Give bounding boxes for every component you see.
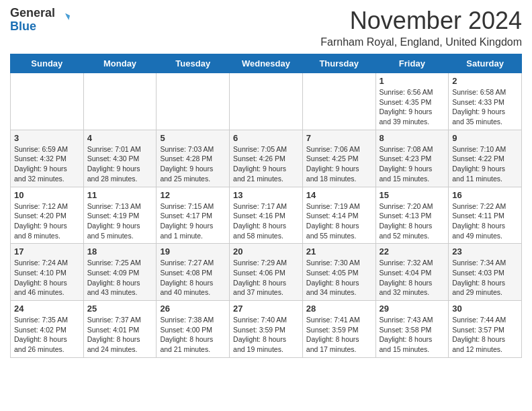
day-info: Sunrise: 6:56 AMSunset: 4:35 PMDaylight:… xyxy=(380,87,445,127)
calendar-cell: 20Sunrise: 7:29 AMSunset: 4:06 PMDayligh… xyxy=(230,244,303,301)
day-number: 8 xyxy=(380,133,445,143)
day-info: Sunrise: 7:29 AMSunset: 4:06 PMDaylight:… xyxy=(233,258,299,298)
calendar-cell: 7Sunrise: 7:06 AMSunset: 4:25 PMDaylight… xyxy=(302,130,375,187)
calendar-cell: 10Sunrise: 7:12 AMSunset: 4:20 PMDayligh… xyxy=(11,187,84,244)
calendar-cell xyxy=(230,73,303,130)
day-number: 1 xyxy=(380,76,445,86)
day-info: Sunrise: 7:08 AMSunset: 4:23 PMDaylight:… xyxy=(380,144,445,184)
day-info: Sunrise: 7:37 AMSunset: 4:01 PMDaylight:… xyxy=(87,315,153,355)
day-number: 20 xyxy=(233,246,299,257)
calendar-week-1: 3Sunrise: 6:59 AMSunset: 4:32 PMDaylight… xyxy=(11,130,522,187)
day-header-tuesday: Tuesday xyxy=(157,54,230,73)
calendar-cell: 15Sunrise: 7:20 AMSunset: 4:13 PMDayligh… xyxy=(375,187,449,244)
logo-icon xyxy=(56,13,70,27)
day-info: Sunrise: 7:22 AMSunset: 4:11 PMDaylight:… xyxy=(452,201,518,241)
calendar-cell: 24Sunrise: 7:35 AMSunset: 4:02 PMDayligh… xyxy=(11,301,84,358)
calendar-cell: 1Sunrise: 6:56 AMSunset: 4:35 PMDaylight… xyxy=(375,73,449,130)
day-number: 5 xyxy=(160,133,226,143)
day-info: Sunrise: 7:13 AMSunset: 4:19 PMDaylight:… xyxy=(87,201,153,241)
day-number: 25 xyxy=(87,304,153,314)
day-number: 27 xyxy=(233,304,299,314)
calendar-week-0: 1Sunrise: 6:56 AMSunset: 4:35 PMDaylight… xyxy=(11,73,522,130)
day-info: Sunrise: 7:30 AMSunset: 4:05 PMDaylight:… xyxy=(306,258,372,298)
day-number: 9 xyxy=(452,133,518,143)
day-info: Sunrise: 7:03 AMSunset: 4:28 PMDaylight:… xyxy=(160,144,226,184)
calendar-cell: 25Sunrise: 7:37 AMSunset: 4:01 PMDayligh… xyxy=(83,301,157,358)
day-number: 26 xyxy=(160,304,226,314)
calendar-cell: 8Sunrise: 7:08 AMSunset: 4:23 PMDaylight… xyxy=(375,130,449,187)
calendar: SundayMondayTuesdayWednesdayThursdayFrid… xyxy=(10,54,522,358)
day-number: 23 xyxy=(452,246,518,257)
day-number: 21 xyxy=(306,246,372,257)
day-info: Sunrise: 7:44 AMSunset: 3:57 PMDaylight:… xyxy=(452,315,518,355)
day-info: Sunrise: 7:34 AMSunset: 4:03 PMDaylight:… xyxy=(452,258,518,298)
day-number: 29 xyxy=(380,304,445,314)
calendar-cell: 12Sunrise: 7:15 AMSunset: 4:17 PMDayligh… xyxy=(157,187,230,244)
calendar-cell: 29Sunrise: 7:43 AMSunset: 3:58 PMDayligh… xyxy=(375,301,449,358)
day-info: Sunrise: 7:43 AMSunset: 3:58 PMDaylight:… xyxy=(380,315,445,355)
location: Farnham Royal, England, United Kingdom xyxy=(320,36,522,48)
calendar-cell: 19Sunrise: 7:27 AMSunset: 4:08 PMDayligh… xyxy=(157,244,230,301)
calendar-cell: 26Sunrise: 7:38 AMSunset: 4:00 PMDayligh… xyxy=(157,301,230,358)
calendar-cell: 4Sunrise: 7:01 AMSunset: 4:30 PMDaylight… xyxy=(83,130,157,187)
calendar-cell: 11Sunrise: 7:13 AMSunset: 4:19 PMDayligh… xyxy=(83,187,157,244)
day-info: Sunrise: 7:01 AMSunset: 4:30 PMDaylight:… xyxy=(87,144,153,184)
calendar-cell: 6Sunrise: 7:05 AMSunset: 4:26 PMDaylight… xyxy=(230,130,303,187)
day-number: 12 xyxy=(160,190,226,200)
day-info: Sunrise: 7:10 AMSunset: 4:22 PMDaylight:… xyxy=(452,144,518,184)
logo: General Blue xyxy=(10,7,70,34)
day-number: 15 xyxy=(380,190,445,200)
day-number: 11 xyxy=(87,190,153,200)
day-number: 4 xyxy=(87,133,153,143)
day-number: 16 xyxy=(452,190,518,200)
day-info: Sunrise: 7:06 AMSunset: 4:25 PMDaylight:… xyxy=(306,144,372,184)
logo-text: General Blue xyxy=(10,7,55,34)
calendar-cell: 27Sunrise: 7:40 AMSunset: 3:59 PMDayligh… xyxy=(230,301,303,358)
header: General Blue November 2024 Farnham Royal… xyxy=(10,7,522,48)
calendar-cell: 14Sunrise: 7:19 AMSunset: 4:14 PMDayligh… xyxy=(302,187,375,244)
day-number: 17 xyxy=(14,246,80,257)
calendar-cell xyxy=(83,73,157,130)
day-info: Sunrise: 7:19 AMSunset: 4:14 PMDaylight:… xyxy=(306,201,372,241)
day-header-wednesday: Wednesday xyxy=(230,54,303,73)
day-info: Sunrise: 6:59 AMSunset: 4:32 PMDaylight:… xyxy=(14,144,80,184)
calendar-cell: 3Sunrise: 6:59 AMSunset: 4:32 PMDaylight… xyxy=(11,130,84,187)
calendar-cell: 30Sunrise: 7:44 AMSunset: 3:57 PMDayligh… xyxy=(449,301,522,358)
day-number: 13 xyxy=(233,190,299,200)
day-number: 18 xyxy=(87,246,153,257)
day-info: Sunrise: 7:41 AMSunset: 3:59 PMDaylight:… xyxy=(306,315,372,355)
day-number: 22 xyxy=(380,246,445,257)
day-info: Sunrise: 7:40 AMSunset: 3:59 PMDaylight:… xyxy=(233,315,299,355)
calendar-body: 1Sunrise: 6:56 AMSunset: 4:35 PMDaylight… xyxy=(11,73,522,358)
day-info: Sunrise: 7:25 AMSunset: 4:09 PMDaylight:… xyxy=(87,258,153,298)
calendar-week-2: 10Sunrise: 7:12 AMSunset: 4:20 PMDayligh… xyxy=(11,187,522,244)
calendar-cell: 22Sunrise: 7:32 AMSunset: 4:04 PMDayligh… xyxy=(375,244,449,301)
calendar-cell: 17Sunrise: 7:24 AMSunset: 4:10 PMDayligh… xyxy=(11,244,84,301)
day-number: 14 xyxy=(306,190,372,200)
day-info: Sunrise: 7:05 AMSunset: 4:26 PMDaylight:… xyxy=(233,144,299,184)
calendar-cell: 16Sunrise: 7:22 AMSunset: 4:11 PMDayligh… xyxy=(449,187,522,244)
calendar-cell xyxy=(157,73,230,130)
calendar-cell: 28Sunrise: 7:41 AMSunset: 3:59 PMDayligh… xyxy=(302,301,375,358)
day-info: Sunrise: 7:38 AMSunset: 4:00 PMDaylight:… xyxy=(160,315,226,355)
day-info: Sunrise: 7:17 AMSunset: 4:16 PMDaylight:… xyxy=(233,201,299,241)
day-header-saturday: Saturday xyxy=(449,54,522,73)
calendar-week-3: 17Sunrise: 7:24 AMSunset: 4:10 PMDayligh… xyxy=(11,244,522,301)
calendar-cell: 21Sunrise: 7:30 AMSunset: 4:05 PMDayligh… xyxy=(302,244,375,301)
calendar-week-4: 24Sunrise: 7:35 AMSunset: 4:02 PMDayligh… xyxy=(11,301,522,358)
calendar-cell: 18Sunrise: 7:25 AMSunset: 4:09 PMDayligh… xyxy=(83,244,157,301)
calendar-header-row: SundayMondayTuesdayWednesdayThursdayFrid… xyxy=(11,54,522,73)
day-number: 2 xyxy=(452,76,518,86)
month-title: November 2024 xyxy=(320,7,522,35)
day-info: Sunrise: 7:27 AMSunset: 4:08 PMDaylight:… xyxy=(160,258,226,298)
day-header-monday: Monday xyxy=(83,54,157,73)
day-number: 30 xyxy=(452,304,518,314)
day-number: 7 xyxy=(306,133,372,143)
calendar-cell: 9Sunrise: 7:10 AMSunset: 4:22 PMDaylight… xyxy=(449,130,522,187)
day-number: 6 xyxy=(233,133,299,143)
day-info: Sunrise: 7:32 AMSunset: 4:04 PMDaylight:… xyxy=(380,258,445,298)
day-info: Sunrise: 7:20 AMSunset: 4:13 PMDaylight:… xyxy=(380,201,445,241)
day-info: Sunrise: 6:58 AMSunset: 4:33 PMDaylight:… xyxy=(452,87,518,127)
day-info: Sunrise: 7:12 AMSunset: 4:20 PMDaylight:… xyxy=(14,201,80,241)
calendar-cell xyxy=(11,73,84,130)
